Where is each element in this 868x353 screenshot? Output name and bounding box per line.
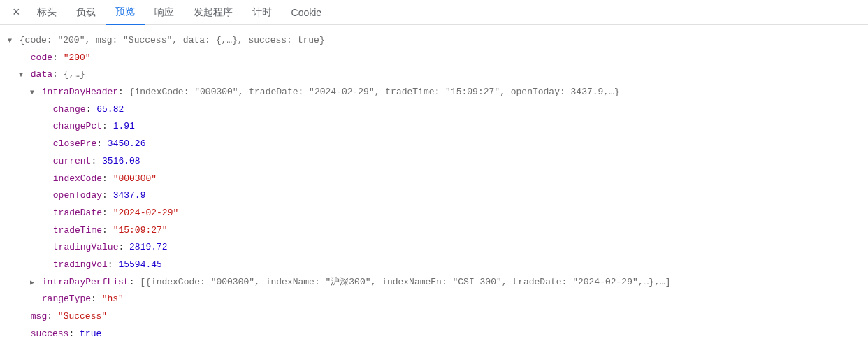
val-rangetype: "hs" — [102, 294, 124, 304]
val-current: 3516.08 — [102, 156, 140, 166]
val-tradedate: "2024-02-29" — [113, 208, 179, 218]
val-closepre: 3450.26 — [108, 138, 146, 149]
val-code: "200" — [64, 52, 91, 63]
collapse-toggle-icon[interactable]: ▶ — [28, 276, 36, 289]
close-icon[interactable]: × — [6, 5, 27, 20]
key-intradayperflist: intraDayPerfList — [42, 277, 129, 287]
key-indexcode: indexCode — [53, 173, 102, 184]
prop-opentoday[interactable]: ▶ openToday: 3437.9 — [6, 187, 862, 205]
val-change: 65.82 — [96, 104, 124, 115]
tab-timing[interactable]: 计时 — [243, 1, 282, 24]
val-indexcode: "000300" — [113, 173, 157, 184]
val-tradingvol: 15594.45 — [118, 259, 161, 270]
val-intradayperflist-summary: [{indexCode: "000300", indexName: "沪深300… — [140, 277, 670, 287]
expand-toggle-icon[interactable]: ▼ — [28, 86, 36, 99]
val-success: true — [80, 329, 101, 339]
key-current: current — [53, 156, 92, 166]
key-data: data — [31, 69, 52, 80]
prop-tradetime[interactable]: ▶ tradeTime: "15:09:27" — [6, 222, 862, 240]
val-opentoday: 3437.9 — [113, 190, 146, 201]
val-data-summary: {,…} — [64, 69, 85, 80]
expand-toggle-icon[interactable]: ▼ — [17, 69, 25, 82]
tab-cookies[interactable]: Cookie — [282, 1, 332, 24]
key-tradedate: tradeDate — [53, 208, 102, 218]
prop-changepct[interactable]: ▶ changePct: 1.91 — [6, 118, 862, 136]
val-intradayheader-summary: {indexCode: "000300", tradeDate: "2024-0… — [129, 87, 620, 97]
root-summary-text: {code: "200", msg: "Success", data: {,…}… — [20, 35, 325, 45]
prop-msg[interactable]: ▶ msg: "Success" — [6, 308, 862, 326]
devtools-tabs: × 标头 负载 预览 响应 发起程序 计时 Cookie — [0, 0, 868, 25]
val-tradingvalue: 2819.72 — [129, 242, 168, 252]
json-preview-tree: ▼ {code: "200", msg: "Success", data: {,… — [0, 25, 868, 350]
tab-headers[interactable]: 标头 — [27, 1, 66, 24]
tab-preview[interactable]: 预览 — [106, 0, 145, 25]
prop-success[interactable]: ▶ success: true — [6, 326, 862, 343]
key-intradayheader: intraDayHeader — [42, 87, 118, 97]
key-tradetime: tradeTime — [53, 225, 102, 236]
prop-tradingvol[interactable]: ▶ tradingVol: 15594.45 — [6, 257, 862, 274]
val-msg: "Success" — [58, 311, 107, 322]
key-opentoday: openToday — [53, 190, 102, 201]
tab-response[interactable]: 响应 — [145, 1, 184, 24]
prop-intradayperflist[interactable]: ▶ intraDayPerfList: [{indexCode: "000300… — [6, 274, 862, 291]
prop-current[interactable]: ▶ current: 3516.08 — [6, 153, 862, 171]
prop-tradingvalue[interactable]: ▶ tradingValue: 2819.72 — [6, 239, 862, 257]
val-tradetime: "15:09:27" — [113, 225, 168, 236]
key-code: code — [31, 52, 52, 63]
key-msg: msg — [31, 311, 47, 322]
key-closepre: closePre — [53, 138, 96, 149]
prop-data[interactable]: ▼ data: {,…} — [6, 66, 862, 84]
prop-rangetype[interactable]: ▶ rangeType: "hs" — [6, 291, 862, 308]
key-rangetype: rangeType — [42, 294, 91, 304]
key-tradingvol: tradingVol — [53, 259, 108, 270]
expand-toggle-icon[interactable]: ▼ — [6, 34, 14, 48]
key-changepct: changePct — [53, 121, 102, 131]
key-success: success — [31, 329, 69, 339]
tab-initiator[interactable]: 发起程序 — [184, 1, 243, 24]
prop-indexcode[interactable]: ▶ indexCode: "000300" — [6, 171, 862, 188]
root-summary-row[interactable]: ▼ {code: "200", msg: "Success", data: {,… — [6, 32, 862, 50]
tab-payload[interactable]: 负载 — [66, 1, 106, 24]
val-changepct: 1.91 — [113, 121, 135, 131]
key-change: change — [53, 104, 86, 115]
key-tradingvalue: tradingValue — [53, 242, 119, 252]
prop-change[interactable]: ▶ change: 65.82 — [6, 101, 862, 119]
prop-intradayheader[interactable]: ▼ intraDayHeader: {indexCode: "000300", … — [6, 84, 862, 101]
prop-code[interactable]: ▶ code: "200" — [6, 50, 862, 67]
prop-tradedate[interactable]: ▶ tradeDate: "2024-02-29" — [6, 205, 862, 222]
prop-closepre[interactable]: ▶ closePre: 3450.26 — [6, 136, 862, 153]
